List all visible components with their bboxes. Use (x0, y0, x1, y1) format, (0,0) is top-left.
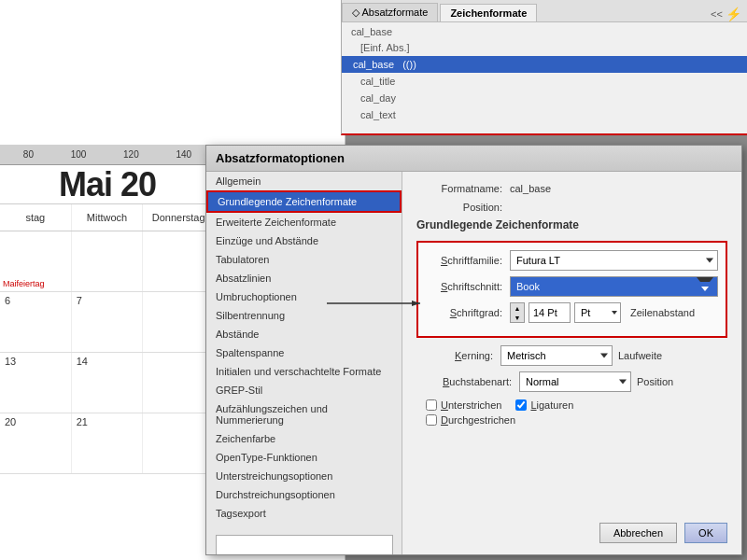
schriftfamilie-row: Schriftfamilie: Futura LT (426, 250, 718, 271)
stepper-up-btn[interactable]: ▲ (511, 303, 524, 313)
schriftschnitt-label: Schriftschnitt: (426, 281, 510, 292)
holiday-label: Maifeiertag (3, 279, 45, 288)
tab-absatz-label: Absatzformate (361, 7, 428, 18)
calendar-cell-13: 13 (0, 353, 72, 413)
calendar-cell-w1-2 (72, 231, 144, 291)
panels-area: ◇ Absatzformate Zeichenformate << ⚡ cal_… (341, 0, 747, 135)
unterstrichen-label: Unterstrichen (441, 399, 501, 411)
panel-item-cal-base[interactable]: cal_base (()) (342, 56, 747, 73)
sidebar-item-grep[interactable]: GREP-Stil (206, 381, 402, 399)
sidebar-item-opentype[interactable]: OpenType-Funktionen (206, 448, 402, 467)
panel-item-suffix: (()) (402, 59, 416, 70)
calendar-cell-7: 7 (72, 292, 144, 352)
panels-tabs: ◇ Absatzformate Zeichenformate << ⚡ (342, 0, 747, 22)
calendar-cell-14: 14 (72, 353, 144, 413)
schriftgrad-unit[interactable]: Pt (574, 302, 621, 323)
calendar-cell-w3-3 (143, 353, 215, 413)
day-header-mittwoch: Mittwoch (72, 204, 144, 231)
calendar-week-2: 6 7 (0, 292, 215, 353)
sidebar-item-initialen[interactable]: Initialen und verschachtelte Formate (206, 362, 402, 381)
sidebar-item-durchstreichung[interactable]: Durchstreichungsoptionen (206, 485, 402, 504)
day-header-stag: stag (0, 204, 72, 231)
zeilenabstand-label: Zeilenabstand (630, 307, 695, 318)
calendar-cell-w4-3 (143, 413, 215, 473)
dialog-body: Allgemein Grundlegende Zeichenformate Er… (206, 172, 741, 554)
calendar-days-header: stag Mittwoch Donnerstag (0, 203, 215, 231)
sidebar-item-tabulatoren[interactable]: Tabulatoren (206, 250, 402, 269)
cancel-button[interactable]: Abbrechen (599, 523, 677, 543)
calendar-cell-20: 20 (0, 413, 72, 473)
sidebar-item-spaltenspanne[interactable]: Spaltenspanne (206, 343, 402, 362)
buchstabenart-value: Normal (520, 372, 630, 391)
lightning-icon: ⚡ (726, 7, 741, 21)
schriftfamilie-label: Schriftfamilie: (426, 255, 510, 266)
durchgestrichen-label: Durchgestrichen (441, 414, 515, 426)
kerning-row: Kerning: Metrisch Laufweite (416, 345, 727, 366)
tab-zeichen-label: Zeichenformate (450, 7, 527, 19)
dialog-title-text: Absatzformatoptionen (216, 151, 345, 165)
dialog-absatzformatoptionen: Absatzformatoptionen Allgemein Grundlege… (205, 145, 742, 555)
buchstabenart-arrow (619, 380, 627, 385)
calendar-grid: Maifeiertag 6 7 13 14 20 21 (0, 231, 215, 474)
dialog-buttons: Abbrechen OK (599, 523, 727, 543)
ligaturen-label: Ligaturen (530, 399, 573, 411)
schriftschnitt-value: Book (511, 277, 717, 296)
schriftgrad-unit-arrow (612, 311, 617, 315)
panels-tab-arrows: << ⚡ (705, 7, 747, 21)
dialog-title: Absatzformatoptionen (206, 146, 741, 172)
sidebar-item-einzuege[interactable]: Einzüge und Abstände (206, 231, 402, 250)
schriftgrad-stepper[interactable]: ▲ ▼ (510, 302, 525, 323)
position-row: Position: (416, 202, 727, 213)
tab-zeichenformate[interactable]: Zeichenformate (440, 4, 537, 21)
panel-item-cal-text[interactable]: cal_text (342, 106, 747, 123)
ok-button[interactable]: OK (684, 523, 727, 543)
day-header-donnerstag: Donnerstag (143, 204, 215, 231)
panel-list: cal_base [Einf. Abs.] cal_base (()) cal_… (342, 22, 747, 125)
calendar-week-4: 20 21 (0, 413, 215, 474)
schriftgrad-value[interactable]: 14 Pt (529, 302, 571, 323)
sidebar-item-aufzaehlung[interactable]: Aufzählungszeichen und Nummerierung (206, 399, 402, 429)
durchgestrichen-checkbox[interactable] (426, 414, 437, 426)
tab-absatz-diamond: ◇ (352, 7, 361, 18)
sidebar-item-allgemein[interactable]: Allgemein (206, 172, 402, 190)
sidebar-item-grundlegende[interactable]: Grundlegende Zeichenformate (206, 190, 402, 213)
panel-item-einf-abs[interactable]: [Einf. Abs.] (342, 39, 747, 56)
sidebar-item-umbruchoptionen[interactable]: Umbruchoptionen (206, 287, 402, 306)
schriftgrad-label: Schriftgrad: (426, 307, 510, 318)
schriftfamilie-value: Futura LT (511, 255, 717, 266)
buchstabenart-select[interactable]: Normal (519, 371, 631, 392)
buchstabenart-label: Buchstabenart: (416, 376, 519, 387)
kerning-label: Kerning: (416, 350, 500, 361)
tab-absatzformate[interactable]: ◇ Absatzformate (342, 3, 438, 21)
arrow-left-icon: << (711, 8, 723, 20)
sidebar-item-abstaende[interactable]: Abstände (206, 325, 402, 343)
schriftgrad-row: Schriftgrad: ▲ ▼ 14 Pt Pt Zeilenabstand (426, 302, 718, 323)
ligaturen-checkbox[interactable] (515, 399, 527, 411)
calendar-week-1: Maifeiertag (0, 231, 215, 292)
stepper-down-btn[interactable]: ▼ (511, 313, 524, 322)
sidebar-item-tagsexport[interactable]: Tagsexport (206, 504, 402, 523)
calendar-ruler: 80 100 120 140 (0, 145, 215, 165)
kerning-value: Metrisch (501, 346, 612, 365)
ruler-mark-120: 120 (123, 149, 139, 160)
buchstabenart-row: Buchstabenart: Normal Position (416, 371, 727, 392)
dialog-sidebar: Allgemein Grundlegende Zeichenformate Er… (206, 172, 402, 554)
sidebar-item-silbentrennung[interactable]: Silbentrennung (206, 306, 402, 325)
dialog-content: Formatname: cal_base Position: Grundlege… (402, 172, 741, 554)
ruler-mark-80: 80 (23, 149, 34, 160)
sidebar-item-unterstreichung[interactable]: Unterstreichungsoptionen (206, 467, 402, 485)
unterstrichen-checkbox[interactable] (426, 399, 437, 411)
sidebar-item-erweiterte[interactable]: Erweiterte Zeichenformate (206, 213, 402, 231)
schriftschnitt-row: Schriftschnitt: Book (426, 276, 718, 297)
kerning-select[interactable]: Metrisch (500, 345, 613, 366)
kerning-arrow (600, 354, 608, 358)
sidebar-item-zeichenfarbe[interactable]: Zeichenfarbe (206, 429, 402, 448)
checkbox-row: Unterstrichen Ligaturen (416, 399, 727, 411)
panel-item-cal-title[interactable]: cal_title (342, 73, 747, 90)
formatname-label: Formatname: (416, 183, 510, 194)
laufweite-label: Laufweite (618, 350, 662, 361)
sidebar-item-absatzlinien[interactable]: Absatzlinien (206, 269, 402, 287)
position-label: Position: (416, 202, 510, 213)
calendar-cell-6: 6 (0, 292, 72, 352)
panel-item-cal-day[interactable]: cal_day (342, 90, 747, 106)
